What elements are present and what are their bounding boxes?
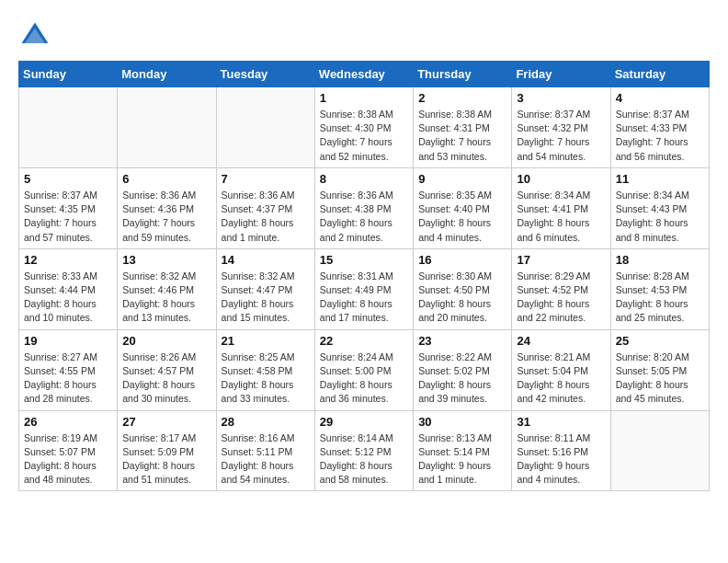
- calendar-cell: 6Sunrise: 8:36 AM Sunset: 4:36 PM Daylig…: [118, 167, 216, 248]
- day-header-tuesday: Tuesday: [216, 62, 314, 87]
- calendar-cell: 9Sunrise: 8:35 AM Sunset: 4:40 PM Daylig…: [414, 167, 512, 248]
- calendar-cell: 17Sunrise: 8:29 AM Sunset: 4:52 PM Dayli…: [512, 248, 610, 329]
- calendar-cell: 4Sunrise: 8:37 AM Sunset: 4:33 PM Daylig…: [610, 87, 709, 168]
- calendar-cell: 5Sunrise: 8:37 AM Sunset: 4:35 PM Daylig…: [19, 167, 118, 248]
- day-info: Sunrise: 8:20 AM Sunset: 5:05 PM Dayligh…: [616, 350, 704, 407]
- day-number: 19: [24, 334, 112, 348]
- calendar-cell: 20Sunrise: 8:26 AM Sunset: 4:57 PM Dayli…: [118, 329, 216, 410]
- day-info: Sunrise: 8:34 AM Sunset: 4:41 PM Dayligh…: [517, 189, 605, 245]
- day-info: Sunrise: 8:32 AM Sunset: 4:47 PM Dayligh…: [222, 270, 310, 326]
- calendar-cell: [216, 87, 314, 168]
- calendar-cell: [19, 87, 118, 168]
- day-number: 4: [616, 91, 704, 105]
- calendar-cell: 29Sunrise: 8:14 AM Sunset: 5:12 PM Dayli…: [314, 410, 413, 491]
- day-number: 24: [517, 334, 605, 348]
- calendar-cell: 11Sunrise: 8:34 AM Sunset: 4:43 PM Dayli…: [610, 167, 709, 248]
- calendar-cell: 13Sunrise: 8:32 AM Sunset: 4:46 PM Dayli…: [118, 248, 216, 329]
- day-info: Sunrise: 8:27 AM Sunset: 4:55 PM Dayligh…: [24, 350, 112, 407]
- day-number: 2: [418, 91, 506, 105]
- day-number: 3: [517, 91, 605, 105]
- calendar-cell: 2Sunrise: 8:38 AM Sunset: 4:31 PM Daylig…: [414, 87, 512, 168]
- day-header-sunday: Sunday: [19, 62, 118, 87]
- calendar-week-2: 5Sunrise: 8:37 AM Sunset: 4:35 PM Daylig…: [19, 167, 710, 248]
- day-header-friday: Friday: [512, 62, 610, 87]
- day-number: 29: [320, 415, 408, 429]
- day-info: Sunrise: 8:29 AM Sunset: 4:52 PM Dayligh…: [517, 270, 605, 326]
- day-info: Sunrise: 8:36 AM Sunset: 4:37 PM Dayligh…: [222, 189, 310, 245]
- day-header-wednesday: Wednesday: [314, 62, 413, 87]
- day-number: 23: [418, 334, 506, 348]
- day-number: 15: [320, 253, 408, 267]
- calendar-week-1: 1Sunrise: 8:38 AM Sunset: 4:30 PM Daylig…: [19, 87, 710, 168]
- calendar-table: SundayMondayTuesdayWednesdayThursdayFrid…: [18, 61, 710, 491]
- day-info: Sunrise: 8:38 AM Sunset: 4:31 PM Dayligh…: [418, 108, 506, 164]
- day-info: Sunrise: 8:36 AM Sunset: 4:36 PM Dayligh…: [122, 189, 210, 245]
- day-info: Sunrise: 8:17 AM Sunset: 5:09 PM Dayligh…: [122, 431, 210, 488]
- day-info: Sunrise: 8:24 AM Sunset: 5:00 PM Dayligh…: [320, 350, 408, 407]
- day-info: Sunrise: 8:32 AM Sunset: 4:46 PM Dayligh…: [122, 270, 210, 326]
- calendar-cell: 25Sunrise: 8:20 AM Sunset: 5:05 PM Dayli…: [610, 329, 709, 410]
- day-number: 16: [418, 253, 506, 267]
- calendar-cell: 16Sunrise: 8:30 AM Sunset: 4:50 PM Dayli…: [414, 248, 512, 329]
- calendar-cell: 19Sunrise: 8:27 AM Sunset: 4:55 PM Dayli…: [19, 329, 118, 410]
- logo: [18, 18, 57, 52]
- day-info: Sunrise: 8:38 AM Sunset: 4:30 PM Dayligh…: [320, 108, 408, 164]
- day-header-saturday: Saturday: [610, 62, 709, 87]
- calendar-cell: 7Sunrise: 8:36 AM Sunset: 4:37 PM Daylig…: [216, 167, 314, 248]
- calendar-cell: 26Sunrise: 8:19 AM Sunset: 5:07 PM Dayli…: [19, 410, 118, 491]
- day-info: Sunrise: 8:37 AM Sunset: 4:35 PM Dayligh…: [24, 189, 112, 245]
- day-number: 22: [320, 334, 408, 348]
- day-number: 26: [24, 415, 112, 429]
- day-info: Sunrise: 8:16 AM Sunset: 5:11 PM Dayligh…: [222, 431, 310, 488]
- calendar-cell: 21Sunrise: 8:25 AM Sunset: 4:58 PM Dayli…: [216, 329, 314, 410]
- page-header: [18, 18, 710, 52]
- day-number: 17: [517, 253, 605, 267]
- day-number: 14: [222, 253, 310, 267]
- day-info: Sunrise: 8:11 AM Sunset: 5:16 PM Dayligh…: [517, 431, 605, 488]
- calendar-week-4: 19Sunrise: 8:27 AM Sunset: 4:55 PM Dayli…: [19, 329, 710, 410]
- day-number: 9: [418, 172, 506, 186]
- calendar-cell: 1Sunrise: 8:38 AM Sunset: 4:30 PM Daylig…: [314, 87, 413, 168]
- day-info: Sunrise: 8:14 AM Sunset: 5:12 PM Dayligh…: [320, 431, 408, 488]
- day-info: Sunrise: 8:37 AM Sunset: 4:33 PM Dayligh…: [616, 108, 704, 164]
- logo-icon: [18, 18, 51, 52]
- day-info: Sunrise: 8:30 AM Sunset: 4:50 PM Dayligh…: [418, 270, 506, 326]
- day-info: Sunrise: 8:26 AM Sunset: 4:57 PM Dayligh…: [122, 350, 210, 407]
- day-header-thursday: Thursday: [414, 62, 512, 87]
- calendar-cell: [610, 410, 709, 491]
- day-info: Sunrise: 8:34 AM Sunset: 4:43 PM Dayligh…: [616, 189, 704, 245]
- day-number: 1: [320, 91, 408, 105]
- day-number: 5: [24, 172, 112, 186]
- day-info: Sunrise: 8:13 AM Sunset: 5:14 PM Dayligh…: [418, 431, 506, 488]
- day-number: 28: [222, 415, 310, 429]
- day-info: Sunrise: 8:19 AM Sunset: 5:07 PM Dayligh…: [24, 431, 112, 488]
- calendar-cell: 3Sunrise: 8:37 AM Sunset: 4:32 PM Daylig…: [512, 87, 610, 168]
- calendar-header-row: SundayMondayTuesdayWednesdayThursdayFrid…: [19, 62, 710, 87]
- day-number: 18: [616, 253, 704, 267]
- day-info: Sunrise: 8:37 AM Sunset: 4:32 PM Dayligh…: [517, 108, 605, 164]
- day-number: 6: [122, 172, 210, 186]
- calendar-cell: 24Sunrise: 8:21 AM Sunset: 5:04 PM Dayli…: [512, 329, 610, 410]
- calendar-cell: 12Sunrise: 8:33 AM Sunset: 4:44 PM Dayli…: [19, 248, 118, 329]
- day-header-monday: Monday: [118, 62, 216, 87]
- day-info: Sunrise: 8:36 AM Sunset: 4:38 PM Dayligh…: [320, 189, 408, 245]
- day-info: Sunrise: 8:28 AM Sunset: 4:53 PM Dayligh…: [616, 270, 704, 326]
- day-number: 13: [122, 253, 210, 267]
- day-info: Sunrise: 8:31 AM Sunset: 4:49 PM Dayligh…: [320, 270, 408, 326]
- day-number: 25: [616, 334, 704, 348]
- calendar-cell: [118, 87, 216, 168]
- day-number: 20: [122, 334, 210, 348]
- calendar-week-5: 26Sunrise: 8:19 AM Sunset: 5:07 PM Dayli…: [19, 410, 710, 491]
- day-number: 31: [517, 415, 605, 429]
- calendar-cell: 15Sunrise: 8:31 AM Sunset: 4:49 PM Dayli…: [314, 248, 413, 329]
- calendar-cell: 28Sunrise: 8:16 AM Sunset: 5:11 PM Dayli…: [216, 410, 314, 491]
- calendar-cell: 30Sunrise: 8:13 AM Sunset: 5:14 PM Dayli…: [414, 410, 512, 491]
- calendar-cell: 23Sunrise: 8:22 AM Sunset: 5:02 PM Dayli…: [414, 329, 512, 410]
- calendar-cell: 31Sunrise: 8:11 AM Sunset: 5:16 PM Dayli…: [512, 410, 610, 491]
- day-info: Sunrise: 8:33 AM Sunset: 4:44 PM Dayligh…: [24, 270, 112, 326]
- day-number: 8: [320, 172, 408, 186]
- day-info: Sunrise: 8:35 AM Sunset: 4:40 PM Dayligh…: [418, 189, 506, 245]
- day-number: 11: [616, 172, 704, 186]
- day-info: Sunrise: 8:25 AM Sunset: 4:58 PM Dayligh…: [222, 350, 310, 407]
- calendar-cell: 18Sunrise: 8:28 AM Sunset: 4:53 PM Dayli…: [610, 248, 709, 329]
